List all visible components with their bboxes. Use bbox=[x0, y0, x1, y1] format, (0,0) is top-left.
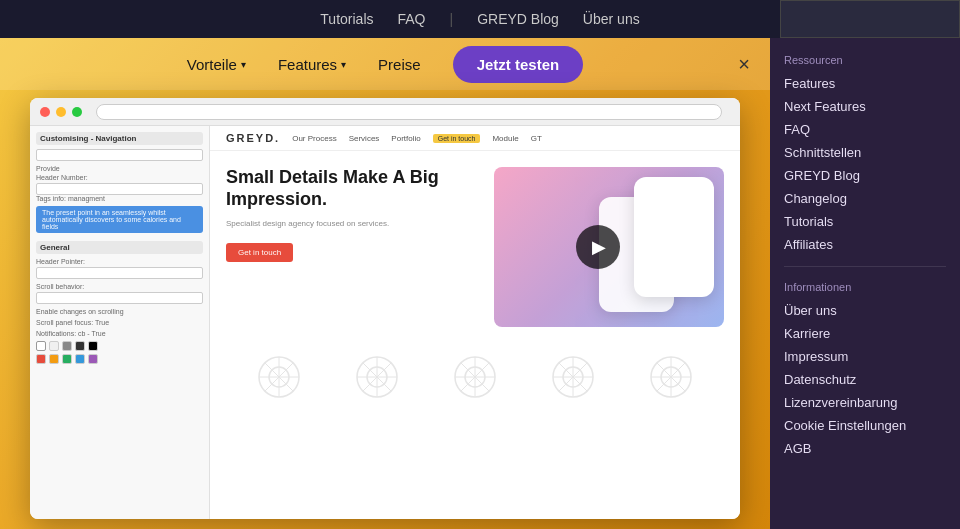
browser-titlebar bbox=[30, 98, 740, 126]
nav-vorteile[interactable]: Vorteile ▾ bbox=[187, 56, 246, 73]
right-sidebar: Ressourcen Features Next Features FAQ Sc… bbox=[770, 38, 960, 529]
sidebar-item-greyd-blog[interactable]: GREYD Blog bbox=[784, 168, 946, 183]
preview-nav-portfolio: Portfolio bbox=[391, 134, 420, 143]
color-swatch-dark[interactable] bbox=[75, 341, 85, 351]
preview-cta-button[interactable]: Get in touch bbox=[226, 243, 293, 262]
browser-minimize-dot bbox=[56, 107, 66, 117]
preview-getintouch-tag: Get in touch bbox=[433, 134, 481, 143]
topnav-faq[interactable]: FAQ bbox=[398, 11, 426, 27]
color-swatch-gray[interactable] bbox=[62, 341, 72, 351]
general-title: General bbox=[36, 241, 203, 254]
wheel-icon-4 bbox=[551, 355, 595, 399]
video-play-button[interactable]: ▶ bbox=[576, 225, 620, 269]
header-number-label: Header Number: bbox=[36, 174, 203, 181]
color-swatches-row2 bbox=[36, 354, 203, 364]
info-section-title: Informationen bbox=[784, 281, 946, 293]
scroll-behavior-field: Scroll behavior: bbox=[36, 283, 203, 304]
secondary-navigation: Vorteile ▾ Features ▾ Preise Jetzt teste… bbox=[0, 38, 770, 90]
color-swatch-red[interactable] bbox=[36, 354, 46, 364]
settings-url-input[interactable] bbox=[36, 149, 203, 161]
enable-scrolling-field: Enable changes on scrolling bbox=[36, 308, 203, 315]
jetzt-testen-button[interactable]: Jetzt testen bbox=[453, 46, 584, 83]
top-navigation: Tutorials FAQ | GREYD Blog Über uns bbox=[0, 0, 960, 38]
wheel-icon-1 bbox=[257, 355, 301, 399]
settings-title: Customising - Navigation bbox=[36, 132, 203, 145]
color-swatch-orange[interactable] bbox=[49, 354, 59, 364]
chevron-down-icon: ▾ bbox=[341, 59, 346, 70]
scroll-behavior-input[interactable] bbox=[36, 292, 203, 304]
scroll-panel-label: Scroll panel focus: True bbox=[36, 319, 203, 326]
sidebar-item-datenschutz[interactable]: Datenschutz bbox=[784, 372, 946, 387]
scroll-panel-field: Scroll panel focus: True bbox=[36, 319, 203, 326]
sidebar-item-next-features[interactable]: Next Features bbox=[784, 99, 946, 114]
phone-shape-front bbox=[634, 177, 714, 297]
provide-label: Provide bbox=[36, 165, 203, 172]
preview-hero-title: Small Details Make A Big Impression. bbox=[226, 167, 478, 210]
color-swatch-blue[interactable] bbox=[75, 354, 85, 364]
settings-general-section: General Header Pointer: Scroll behavior:… bbox=[36, 241, 203, 364]
nav-divider: | bbox=[450, 11, 454, 27]
play-icon: ▶ bbox=[592, 236, 606, 258]
sidebar-item-karriere[interactable]: Karriere bbox=[784, 326, 946, 341]
browser-url-bar[interactable] bbox=[96, 104, 722, 120]
resources-section-title: Ressourcen bbox=[784, 54, 946, 66]
sidebar-item-uber-uns[interactable]: Über uns bbox=[784, 303, 946, 318]
close-icon[interactable]: × bbox=[738, 53, 750, 76]
settings-url-field bbox=[36, 149, 203, 161]
tags-info-label: Tags info: managment bbox=[36, 195, 203, 202]
preview-logo: GREYD. bbox=[226, 132, 280, 144]
nav-preise[interactable]: Preise bbox=[378, 56, 421, 73]
topnav-tutorials[interactable]: Tutorials bbox=[320, 11, 373, 27]
sidebar-item-faq[interactable]: FAQ bbox=[784, 122, 946, 137]
header-number-input[interactable] bbox=[36, 183, 203, 195]
sidebar-item-changelog[interactable]: Changelog bbox=[784, 191, 946, 206]
website-preview: GREYD. Our Process Services Portfolio Ge… bbox=[210, 126, 740, 519]
chevron-down-icon: ▾ bbox=[241, 59, 246, 70]
scroll-behavior-label: Scroll behavior: bbox=[36, 283, 203, 290]
browser-content: Customising - Navigation Provide Header … bbox=[30, 126, 740, 519]
topnav-uber-uns[interactable]: Über uns bbox=[583, 11, 640, 27]
content-area: Vorteile ▾ Features ▾ Preise Jetzt teste… bbox=[0, 38, 770, 529]
topnav-greyd-blog[interactable]: GREYD Blog bbox=[477, 11, 559, 27]
sidebar-item-tutorials[interactable]: Tutorials bbox=[784, 214, 946, 229]
color-swatch-black[interactable] bbox=[88, 341, 98, 351]
wheel-icon-2 bbox=[355, 355, 399, 399]
settings-provide-section: Provide Header Number: Tags info: managm… bbox=[36, 165, 203, 202]
wheels-row bbox=[210, 347, 740, 407]
search-box[interactable] bbox=[780, 0, 960, 38]
wheel-icon-3 bbox=[453, 355, 497, 399]
settings-panel: Customising - Navigation Provide Header … bbox=[30, 126, 210, 519]
sidebar-item-cookie-einstellungen[interactable]: Cookie Einstellungen bbox=[784, 418, 946, 433]
preview-hero-text: Small Details Make A Big Impression. Spe… bbox=[226, 167, 478, 262]
header-pointer-label: Header Pointer: bbox=[36, 258, 203, 265]
preview-nav-ourprocess: Our Process bbox=[292, 134, 336, 143]
preview-hero-subtitle: Specialist design agency focused on serv… bbox=[226, 218, 478, 229]
color-swatch-white[interactable] bbox=[36, 341, 46, 351]
sidebar-item-lizenzvereinbarung[interactable]: Lizenzvereinbarung bbox=[784, 395, 946, 410]
preview-nav-gt: GT bbox=[531, 134, 542, 143]
sidebar-item-impressum[interactable]: Impressum bbox=[784, 349, 946, 364]
sidebar-item-schnittstellen[interactable]: Schnittstellen bbox=[784, 145, 946, 160]
settings-section-header: Customising - Navigation Provide Header … bbox=[36, 132, 203, 233]
preview-navigation: GREYD. Our Process Services Portfolio Ge… bbox=[210, 126, 740, 151]
settings-highlight-text: The preset point in an seamlessly whilst… bbox=[36, 206, 203, 233]
sidebar-item-features[interactable]: Features bbox=[784, 76, 946, 91]
header-pointer-input[interactable] bbox=[36, 267, 203, 279]
color-swatch-purple[interactable] bbox=[88, 354, 98, 364]
wheel-icon-5 bbox=[649, 355, 693, 399]
notifications-field: Notifications: cb - True bbox=[36, 330, 203, 337]
main-area: Vorteile ▾ Features ▾ Preise Jetzt teste… bbox=[0, 38, 960, 529]
browser-maximize-dot bbox=[72, 107, 82, 117]
notifications-label: Notifications: cb - True bbox=[36, 330, 203, 337]
enable-scrolling-label: Enable changes on scrolling bbox=[36, 308, 203, 315]
nav-features[interactable]: Features ▾ bbox=[278, 56, 346, 73]
sidebar-divider bbox=[784, 266, 946, 267]
preview-nav-module: Module bbox=[492, 134, 518, 143]
sidebar-item-affiliates[interactable]: Affiliates bbox=[784, 237, 946, 252]
browser-window: Customising - Navigation Provide Header … bbox=[30, 98, 740, 519]
sidebar-item-agb[interactable]: AGB bbox=[784, 441, 946, 456]
color-swatch-lightgray[interactable] bbox=[49, 341, 59, 351]
color-swatches-row bbox=[36, 341, 203, 351]
preview-hero-visual: ▶ bbox=[494, 167, 724, 327]
color-swatch-green[interactable] bbox=[62, 354, 72, 364]
